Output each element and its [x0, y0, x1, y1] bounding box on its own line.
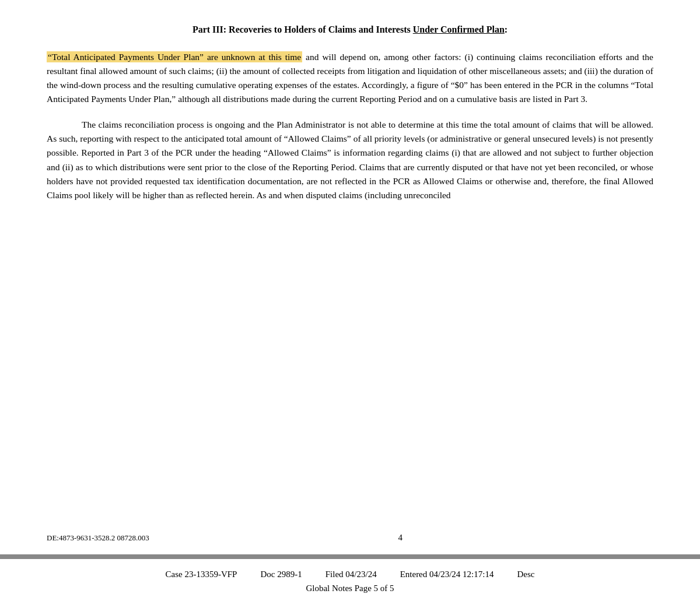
entered-date: Entered 04/23/24 12:17:14	[400, 567, 494, 581]
document-footer: DE:4873-9631-3528.2 08728.003 4	[0, 527, 700, 554]
footer-spacer	[652, 533, 653, 543]
doc-id: DE:4873-9631-3528.2 08728.003	[47, 533, 149, 543]
paragraph-1: “Total Anticipated Payments Under Plan” …	[47, 50, 653, 106]
case-footer: Case 23-13359-VFP Doc 2989-1 Filed 04/23…	[0, 559, 700, 601]
doc-number: Doc 2989-1	[260, 567, 302, 581]
case-footer-line1: Case 23-13359-VFP Doc 2989-1 Filed 04/23…	[12, 567, 688, 581]
highlight-text: “Total Anticipated Payments Under Plan” …	[47, 51, 302, 62]
heading-underline: Under Confirmed Plan	[413, 24, 505, 34]
page-number: 4	[398, 533, 403, 543]
case-footer-line2: Global Notes Page 5 of 5	[12, 581, 688, 595]
page-container: Part III: Recoveries to Holders of Claim…	[0, 0, 700, 601]
filed-date: Filed 04/23/24	[326, 567, 377, 581]
heading-colon: :	[505, 24, 508, 34]
paragraph-2: The claims reconciliation process is ong…	[47, 118, 653, 202]
case-number: Case 23-13359-VFP	[166, 567, 237, 581]
document-body: Part III: Recoveries to Holders of Claim…	[0, 0, 700, 527]
separator-bar	[0, 554, 700, 559]
desc-label: Desc	[517, 567, 534, 581]
part-heading: Part III: Recoveries to Holders of Claim…	[47, 23, 653, 36]
heading-text: Part III: Recoveries to Holders of Claim…	[192, 24, 413, 34]
